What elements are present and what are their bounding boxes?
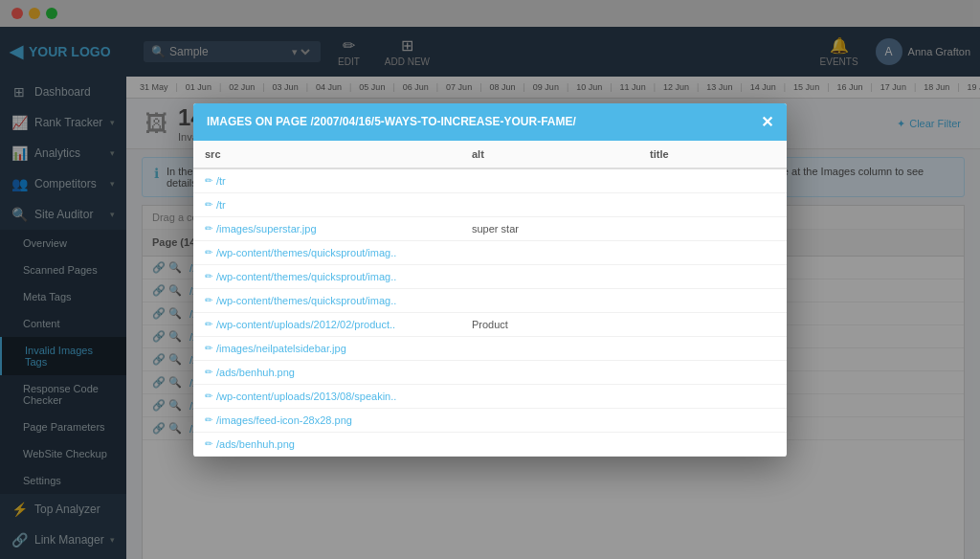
modal-title-cell — [638, 384, 787, 408]
modal-table-row: ✏ /wp-content/themes/quicksprout/imag.. — [193, 240, 787, 264]
modal-title-cell — [638, 216, 787, 240]
src-link[interactable]: ✏ /wp-content/themes/quicksprout/imag.. — [205, 295, 449, 306]
modal: IMAGES ON PAGE /2007/04/16/5-WAYS-TO-INC… — [193, 103, 787, 457]
modal-alt-cell — [460, 336, 638, 360]
modal-title-cell — [638, 336, 787, 360]
modal-src-cell: ✏ /tr — [193, 192, 460, 216]
modal-body: src alt title ✏ /tr ✏ /tr — [193, 141, 787, 457]
modal-alt-cell — [460, 408, 638, 432]
modal-src-cell: ✏ /wp-content/uploads/2012/02/product.. — [193, 312, 460, 336]
modal-src-cell: ✏ /ads/benhuh.png — [193, 432, 460, 456]
src-link[interactable]: ✏ /ads/benhuh.png — [205, 438, 449, 450]
modal-src-cell: ✏ /images/neilpatelsidebar.jpg — [193, 336, 460, 360]
modal-table-row: ✏ /ads/benhuh.png — [193, 360, 787, 384]
modal-title-cell — [638, 264, 787, 288]
link-icon: ✏ — [205, 343, 212, 353]
modal-table-row: ✏ /images/feed-icon-28x28.png — [193, 408, 787, 432]
modal-src-cell: ✏ /wp-content/uploads/2013/08/speakin.. — [193, 384, 460, 408]
modal-table: src alt title ✏ /tr ✏ /tr — [193, 141, 787, 457]
link-icon: ✏ — [205, 438, 212, 449]
modal-overlay: IMAGES ON PAGE /2007/04/16/5-WAYS-TO-INC… — [0, 0, 980, 559]
src-link[interactable]: ✏ /images/neilpatelsidebar.jpg — [205, 343, 449, 354]
modal-title-cell — [638, 312, 787, 336]
col-title-header: title — [638, 141, 787, 168]
link-icon: ✏ — [205, 414, 212, 425]
modal-title-cell — [638, 240, 787, 264]
modal-alt-cell — [460, 432, 638, 456]
link-icon: ✏ — [205, 199, 212, 210]
modal-src-cell: ✏ /tr — [193, 168, 460, 193]
modal-alt-cell — [460, 360, 638, 384]
link-icon: ✏ — [205, 175, 212, 186]
modal-alt-cell — [460, 168, 638, 193]
col-alt-header: alt — [460, 141, 638, 168]
modal-title: IMAGES ON PAGE /2007/04/16/5-WAYS-TO-INC… — [207, 115, 576, 128]
modal-alt-cell — [460, 192, 638, 216]
modal-alt-cell — [460, 240, 638, 264]
modal-alt-cell: Product — [460, 312, 638, 336]
modal-table-row: ✏ /wp-content/uploads/2013/08/speakin.. — [193, 384, 787, 408]
modal-src-cell: ✏ /images/feed-icon-28x28.png — [193, 408, 460, 432]
modal-title-cell — [638, 192, 787, 216]
modal-title-cell — [638, 288, 787, 312]
link-icon: ✏ — [205, 223, 212, 234]
src-link[interactable]: ✏ /tr — [205, 199, 449, 211]
modal-title-cell — [638, 432, 787, 456]
modal-table-row: ✏ /images/superstar.jpg super star — [193, 216, 787, 240]
src-link[interactable]: ✏ /wp-content/uploads/2012/02/product.. — [205, 319, 449, 330]
src-link[interactable]: ✏ /wp-content/uploads/2013/08/speakin.. — [205, 391, 449, 402]
modal-table-row: ✏ /ads/benhuh.png — [193, 432, 787, 456]
src-link[interactable]: ✏ /tr — [205, 175, 449, 187]
src-link[interactable]: ✏ /wp-content/themes/quicksprout/imag.. — [205, 247, 449, 258]
link-icon: ✏ — [205, 247, 212, 257]
modal-title-cell — [638, 360, 787, 384]
modal-alt-cell: super star — [460, 216, 638, 240]
modal-src-cell: ✏ /images/superstar.jpg — [193, 216, 460, 240]
modal-header: IMAGES ON PAGE /2007/04/16/5-WAYS-TO-INC… — [193, 103, 787, 141]
link-icon: ✏ — [205, 391, 212, 401]
col-src-header: src — [193, 141, 460, 168]
modal-table-row: ✏ /wp-content/themes/quicksprout/imag.. — [193, 288, 787, 312]
src-link[interactable]: ✏ /ads/benhuh.png — [205, 367, 449, 378]
modal-title-cell — [638, 168, 787, 193]
modal-alt-cell — [460, 264, 638, 288]
modal-src-cell: ✏ /wp-content/themes/quicksprout/imag.. — [193, 288, 460, 312]
modal-table-row: ✏ /wp-content/uploads/2012/02/product.. … — [193, 312, 787, 336]
modal-table-row: ✏ /images/neilpatelsidebar.jpg — [193, 336, 787, 360]
modal-src-cell: ✏ /wp-content/themes/quicksprout/imag.. — [193, 264, 460, 288]
link-icon: ✏ — [205, 271, 212, 281]
link-icon: ✏ — [205, 295, 212, 305]
modal-alt-cell — [460, 288, 638, 312]
link-icon: ✏ — [205, 319, 212, 329]
link-icon: ✏ — [205, 367, 212, 377]
modal-src-cell: ✏ /ads/benhuh.png — [193, 360, 460, 384]
modal-title-cell — [638, 408, 787, 432]
modal-table-row: ✏ /wp-content/themes/quicksprout/imag.. — [193, 264, 787, 288]
src-link[interactable]: ✏ /wp-content/themes/quicksprout/imag.. — [205, 271, 449, 282]
modal-alt-cell — [460, 384, 638, 408]
modal-close-button[interactable]: ✕ — [761, 113, 773, 131]
src-link[interactable]: ✏ /images/superstar.jpg — [205, 223, 449, 235]
src-link[interactable]: ✏ /images/feed-icon-28x28.png — [205, 414, 449, 426]
modal-table-row: ✏ /tr — [193, 192, 787, 216]
modal-table-row: ✏ /tr — [193, 168, 787, 193]
modal-src-cell: ✏ /wp-content/themes/quicksprout/imag.. — [193, 240, 460, 264]
